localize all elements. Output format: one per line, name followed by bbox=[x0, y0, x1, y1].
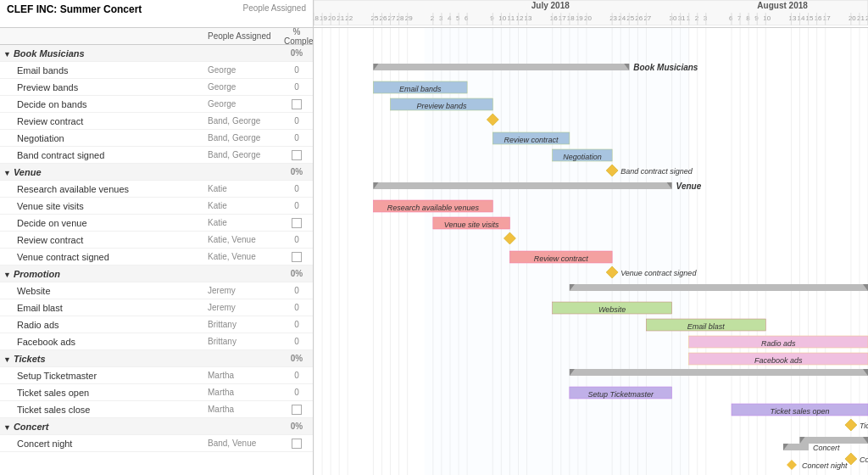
task-complete bbox=[284, 149, 309, 159]
task-assigned: Jeremy bbox=[208, 286, 284, 295]
task-name: Setup Ticketmaster bbox=[17, 371, 208, 381]
group-complete: 0% bbox=[284, 269, 309, 278]
left-panel: People Assigned% Complete▼Book Musicians… bbox=[0, 28, 314, 475]
task-complete: 0 bbox=[284, 371, 309, 380]
group-complete: 0% bbox=[284, 167, 309, 176]
task-complete: 0 bbox=[284, 337, 309, 346]
task-complete: 0 bbox=[284, 303, 309, 312]
task-name: Ticket sales open bbox=[17, 388, 208, 398]
group-complete: 0% bbox=[284, 354, 309, 363]
task-row: Review contractKatie, Venue0 bbox=[0, 232, 313, 249]
task-complete: 0 bbox=[284, 65, 309, 75]
task-assigned: Band, Venue bbox=[208, 439, 284, 448]
task-assigned: Katie bbox=[208, 218, 284, 227]
group-row: ▼Tickets0% bbox=[0, 350, 313, 367]
task-name: Decide on venue bbox=[17, 218, 208, 228]
task-complete: 0 bbox=[284, 133, 309, 142]
task-name: Venue contract signed bbox=[17, 252, 208, 262]
task-row: Email bandsGeorge0 bbox=[0, 62, 313, 79]
gantt-header bbox=[314, 0, 868, 27]
task-complete: 0 bbox=[284, 82, 309, 92]
task-assigned: Katie, Venue bbox=[208, 235, 284, 244]
body-row: People Assigned% Complete▼Book Musicians… bbox=[0, 28, 868, 475]
project-title: CLEF INC: Summer Concert People Assigned bbox=[0, 0, 314, 27]
title-text: CLEF INC: Summer Concert bbox=[7, 3, 142, 15]
task-assigned: George bbox=[208, 82, 284, 92]
task-complete bbox=[284, 217, 309, 227]
task-row: Venue site visitsKatie0 bbox=[0, 198, 313, 215]
task-assigned: Brittany bbox=[208, 320, 284, 329]
task-assigned: Band, George bbox=[208, 150, 284, 159]
task-row: Setup TicketmasterMartha0 bbox=[0, 367, 313, 384]
task-name: Facebook ads bbox=[17, 337, 208, 347]
task-name: Research available venues bbox=[17, 184, 208, 194]
task-row: Ticket sales openMartha0 bbox=[0, 384, 313, 401]
task-name: Band contract signed bbox=[17, 150, 208, 160]
gantt-body-canvas bbox=[314, 28, 868, 475]
task-name: Decide on bands bbox=[17, 99, 208, 109]
group-name: ▼Tickets bbox=[3, 354, 284, 364]
task-name: Concert night bbox=[17, 439, 208, 449]
group-row: ▼Venue0% bbox=[0, 164, 313, 181]
task-row: Radio adsBrittany0 bbox=[0, 316, 313, 333]
group-row: ▼Book Musicians0% bbox=[0, 45, 313, 62]
task-row: Facebook adsBrittany0 bbox=[0, 333, 313, 350]
complete-col-header: % Complete bbox=[284, 28, 309, 46]
app-container: CLEF INC: Summer Concert People Assigned… bbox=[0, 0, 868, 475]
task-assigned: Martha bbox=[208, 388, 284, 397]
task-assigned: Martha bbox=[208, 371, 284, 380]
task-complete: 0 bbox=[284, 388, 309, 397]
task-complete bbox=[284, 438, 309, 448]
task-name: Negotiation bbox=[17, 133, 208, 143]
gantt-header-canvas bbox=[314, 0, 868, 25]
task-name: Preview bands bbox=[17, 82, 208, 92]
task-row: Venue contract signedKatie, Venue bbox=[0, 249, 313, 265]
task-name: Venue site visits bbox=[17, 201, 208, 211]
task-complete: 0 bbox=[284, 201, 309, 210]
task-assigned: George bbox=[208, 65, 284, 75]
group-name: ▼Book Musicians bbox=[3, 48, 284, 59]
task-row: Ticket sales closeMartha bbox=[0, 401, 313, 418]
task-row: Concert nightBand, Venue bbox=[0, 435, 313, 452]
task-name: Review contract bbox=[17, 235, 208, 245]
task-assigned: Band, George bbox=[208, 116, 284, 126]
group-complete: 0% bbox=[284, 422, 309, 431]
task-row: NegotiationBand, George0 bbox=[0, 130, 313, 147]
task-complete: 0 bbox=[284, 320, 309, 329]
task-assigned: Katie bbox=[208, 201, 284, 210]
task-row: Decide on venueKatie bbox=[0, 215, 313, 232]
task-row: Review contractBand, George0 bbox=[0, 113, 313, 130]
task-complete: 0 bbox=[284, 286, 309, 295]
task-complete bbox=[284, 404, 309, 414]
task-name: Review contract bbox=[17, 116, 208, 126]
task-assigned: Band, George bbox=[208, 133, 284, 142]
group-complete: 0% bbox=[284, 48, 309, 58]
task-complete: 0 bbox=[284, 184, 309, 193]
task-assigned: Martha bbox=[208, 405, 284, 414]
task-name: Website bbox=[17, 286, 208, 296]
group-name: ▼Promotion bbox=[3, 269, 284, 279]
task-name: Email blast bbox=[17, 303, 208, 313]
task-complete: 0 bbox=[284, 235, 309, 244]
task-assigned: Katie, Venue bbox=[208, 252, 284, 261]
group-row: ▼Concert0% bbox=[0, 418, 313, 435]
assigned-col-header: People Assigned bbox=[208, 31, 284, 41]
gantt-body bbox=[314, 28, 868, 475]
task-complete bbox=[284, 98, 309, 109]
task-row: Decide on bandsGeorge bbox=[0, 96, 313, 113]
group-row: ▼Promotion0% bbox=[0, 265, 313, 282]
task-complete: 0 bbox=[284, 116, 309, 126]
task-name: Ticket sales close bbox=[17, 405, 208, 415]
task-row: Preview bandsGeorge0 bbox=[0, 79, 313, 96]
group-name: ▼Concert bbox=[3, 422, 284, 432]
header-row: CLEF INC: Summer Concert People Assigned bbox=[0, 0, 868, 28]
task-assigned: Brittany bbox=[208, 337, 284, 346]
column-headers: People Assigned% Complete bbox=[0, 28, 313, 45]
task-name: Radio ads bbox=[17, 320, 208, 330]
group-name: ▼Venue bbox=[3, 167, 284, 177]
people-col-label: People Assigned bbox=[242, 3, 306, 13]
task-assigned: Jeremy bbox=[208, 303, 284, 312]
task-name: Email bands bbox=[17, 65, 208, 75]
task-assigned: George bbox=[208, 99, 284, 109]
task-assigned: Katie bbox=[208, 184, 284, 193]
